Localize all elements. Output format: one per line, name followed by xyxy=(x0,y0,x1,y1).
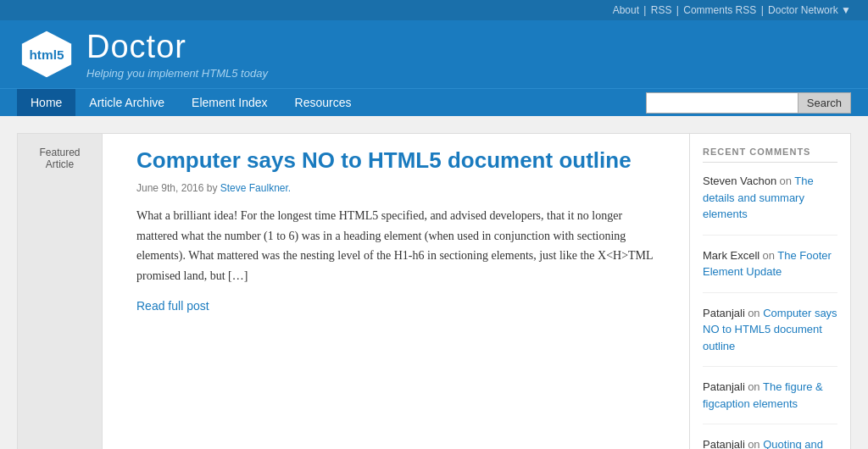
featured-label: Featured Article xyxy=(39,147,80,170)
comment-author-2: Mark Excell xyxy=(703,249,760,262)
read-full-post-link[interactable]: Read full post xyxy=(136,299,209,313)
svg-text:html5: html5 xyxy=(29,47,64,62)
doctor-network-link[interactable]: Doctor Network ▼ xyxy=(768,4,851,16)
comment-on-4: on xyxy=(748,380,763,393)
comment-item-4: Patanjali on The figure & figcaption ele… xyxy=(703,379,837,424)
comment-on-1: on xyxy=(779,175,794,187)
main-wrapper: Featured Article Computer says NO to HTM… xyxy=(0,116,868,449)
article-body: What a brilliant idea! For the longest t… xyxy=(136,206,655,286)
separator-2: | xyxy=(676,4,682,16)
nav-bar: Home Article Archive Element Index Resou… xyxy=(0,88,868,116)
comment-author-3: Patanjali xyxy=(703,307,745,319)
nav-element-index[interactable]: Element Index xyxy=(178,89,281,116)
separator-1: | xyxy=(643,4,648,16)
sidebar-title: RECENT COMMENTS xyxy=(703,147,837,163)
logo-container: html5 Doctor Helping you implement HTML5… xyxy=(17,29,268,80)
comment-on-2: on xyxy=(762,249,777,262)
sidebar: RECENT COMMENTS Steven Vachon on The det… xyxy=(689,134,850,449)
comment-item-3: Patanjali on Computer says NO to HTML5 d… xyxy=(703,305,837,368)
article-date: June 9th, 2016 by xyxy=(136,182,217,194)
about-link[interactable]: About xyxy=(613,4,639,16)
comment-author-4: Patanjali xyxy=(703,380,745,393)
separator-3: | xyxy=(761,4,766,16)
nav-article-archive[interactable]: Article Archive xyxy=(75,89,178,116)
content-row: Featured Article Computer says NO to HTM… xyxy=(17,133,851,449)
comments-rss-link[interactable]: Comments RSS xyxy=(683,4,756,16)
site-title: Doctor xyxy=(86,29,268,65)
featured-section: Featured Article xyxy=(18,134,103,449)
nav-links: Home Article Archive Element Index Resou… xyxy=(17,89,646,116)
search-input[interactable] xyxy=(646,92,798,114)
rss-link[interactable]: RSS xyxy=(651,4,672,16)
search-form: Search xyxy=(646,92,851,114)
comment-on-3: on xyxy=(748,307,763,319)
html5-logo: html5 xyxy=(17,29,76,80)
nav-resources[interactable]: Resources xyxy=(281,89,365,116)
top-bar: About | RSS | Comments RSS | Doctor Netw… xyxy=(0,0,868,20)
comment-author-1: Steven Vachon xyxy=(703,175,776,187)
comment-on-5: on xyxy=(748,438,763,449)
article-meta: June 9th, 2016 by Steve Faulkner. xyxy=(136,182,655,194)
article-title: Computer says NO to HTML5 document outli… xyxy=(136,147,655,175)
comment-item-1: Steven Vachon on The details and summary… xyxy=(703,173,837,236)
site-tagline: Helping you implement HTML5 today xyxy=(86,67,268,80)
comment-author-5: Patanjali xyxy=(703,438,745,449)
comment-item-2: Mark Excell on The Footer Element Update xyxy=(703,247,837,293)
comment-item-5: Patanjali on Quoting and citing with <bl… xyxy=(703,436,837,449)
search-button[interactable]: Search xyxy=(798,92,851,114)
article-author-link[interactable]: Steve Faulkner. xyxy=(220,182,291,194)
nav-home[interactable]: Home xyxy=(17,89,75,116)
site-header: html5 Doctor Helping you implement HTML5… xyxy=(0,20,868,88)
article-section: Computer says NO to HTML5 document outli… xyxy=(120,134,672,449)
